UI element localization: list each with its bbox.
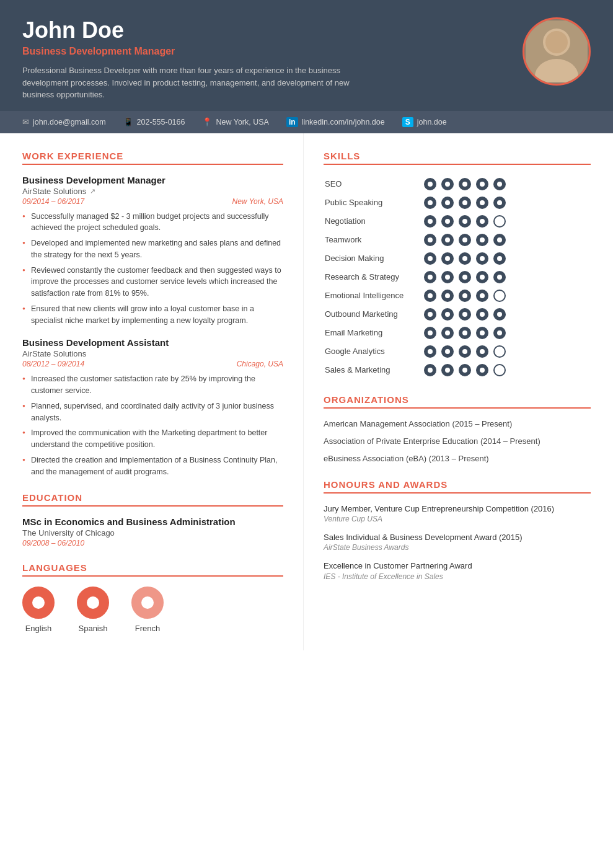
job-1-location: New York, USA [232, 197, 283, 206]
skill-dots [423, 324, 591, 342]
skill-dots [423, 249, 591, 268]
dot-filled [459, 308, 471, 321]
award-3: Excellence in Customer Partnering Award … [324, 560, 591, 580]
skill-dots [423, 212, 591, 231]
external-link-icon: ↗ [90, 187, 95, 195]
job-1-company: AirState Solutions ↗ [22, 187, 283, 196]
french-label: French [135, 624, 160, 633]
skill-row: Negotiation [324, 212, 591, 231]
dot-filled [424, 364, 436, 376]
skill-dots [423, 268, 591, 286]
bullet: Planned, supervised, and coordinated dai… [22, 401, 283, 424]
skills-table: SEOPublic SpeakingNegotiationTeamworkDec… [324, 175, 591, 379]
skill-name: Negotiation [324, 212, 423, 231]
spanish-circle [77, 587, 109, 619]
dot-filled [459, 271, 471, 283]
dot-filled [424, 215, 436, 228]
phone-icon: 📱 [123, 117, 133, 126]
dot-filled [459, 252, 471, 265]
award-1-source: Venture Cup USA [324, 515, 591, 523]
skill-name: Email Marketing [324, 324, 423, 342]
skill-dots [423, 305, 591, 324]
dot-filled [441, 345, 454, 358]
skill-name: Public Speaking [324, 193, 423, 212]
dot-filled [459, 178, 471, 190]
right-column: SKILLS SEOPublic SpeakingNegotiationTeam… [304, 133, 613, 651]
languages-list: English Spanish French [22, 587, 283, 633]
spanish-label: Spanish [79, 624, 108, 633]
bullet: Directed the creation and implementation… [22, 454, 283, 478]
dot-filled [493, 308, 506, 321]
contact-phone: 📱 202-555-0166 [123, 117, 185, 126]
contact-bar: ✉ john.doe@gmail.com 📱 202-555-0166 📍 Ne… [0, 111, 613, 133]
award-1-title: Jury Member, Venture Cup Entrepreneurshi… [324, 503, 591, 515]
skill-row: SEO [324, 175, 591, 193]
language-spanish: Spanish [77, 587, 109, 633]
dot-empty [493, 364, 506, 376]
job-2-location: Chicago, USA [237, 360, 283, 368]
dot-filled [424, 252, 436, 265]
skill-name: Emotional Intelligence [324, 286, 423, 305]
contact-skype: S john.doe [402, 117, 447, 127]
candidate-bio: Professional Business Developer with mor… [22, 64, 369, 101]
job-1: Business Development Manager AirState So… [22, 175, 283, 327]
dot-filled [441, 327, 454, 339]
dot-filled [424, 271, 436, 283]
award-2: Sales Individual & Business Development … [324, 532, 591, 552]
education-section: EDUCATION MSc in Economics and Business … [22, 492, 283, 547]
job-2: Business Development Assistant AirState … [22, 337, 283, 477]
skill-row: Emotional Intelligence [324, 286, 591, 305]
bullet: Successfully managed $2 - 3 million budg… [22, 211, 283, 234]
dot-filled [476, 197, 488, 209]
dot-filled [476, 234, 488, 246]
dot-empty [493, 215, 506, 228]
contact-location: 📍 New York, USA [202, 117, 268, 126]
dot-filled [459, 197, 471, 209]
language-french: French [131, 587, 164, 633]
dot-filled [459, 327, 471, 339]
contact-linkedin: in linkedin.com/in/john.doe [286, 117, 385, 127]
skill-dots [423, 193, 591, 212]
email-icon: ✉ [22, 117, 29, 126]
job-1-meta: 09/2014 – 06/2017 New York, USA [22, 197, 283, 206]
skill-dots [423, 361, 591, 379]
dot-filled [441, 271, 454, 283]
bullet: Reviewed constantly the customer feedbac… [22, 265, 283, 299]
dot-filled [476, 271, 488, 283]
dot-filled [441, 215, 454, 228]
skill-row: Outbound Marketing [324, 305, 591, 324]
dot-filled [459, 345, 471, 358]
job-1-bullets: Successfully managed $2 - 3 million budg… [22, 211, 283, 327]
dot-filled [441, 364, 454, 376]
edu-date: 09/2008 – 06/2010 [22, 539, 283, 547]
dot-filled [476, 290, 488, 302]
dot-empty [493, 290, 506, 302]
bullet: Developed and implemented new marketing … [22, 237, 283, 261]
dot-filled [476, 364, 488, 376]
dot-filled [476, 345, 488, 358]
work-experience-section: WORK EXPERIENCE Business Development Man… [22, 151, 283, 478]
languages-section: LANGUAGES English Spanish [22, 562, 283, 633]
dot-filled [493, 197, 506, 209]
header-section: John Doe Business Development Manager Pr… [0, 0, 613, 133]
linkedin-icon: in [286, 117, 298, 127]
skill-name: Teamwork [324, 231, 423, 249]
job-1-dates: 09/2014 – 06/2017 [22, 197, 84, 206]
languages-title: LANGUAGES [22, 562, 283, 577]
skill-dots [423, 342, 591, 361]
skills-title: SKILLS [324, 151, 591, 165]
job-2-meta: 08/2012 – 09/2014 Chicago, USA [22, 360, 283, 368]
bullet: Ensured that new clients will grow into … [22, 303, 283, 327]
education-title: EDUCATION [22, 492, 283, 507]
organizations-section: ORGANIZATIONS American Management Associ… [324, 394, 591, 465]
job-2-bullets: Increased the customer satisfaction rate… [22, 373, 283, 477]
dot-filled [441, 197, 454, 209]
dot-filled [441, 234, 454, 246]
candidate-photo [523, 17, 591, 86]
skill-name: Decision Making [324, 249, 423, 268]
dot-filled [493, 271, 506, 283]
left-column: WORK EXPERIENCE Business Development Man… [0, 133, 304, 651]
dot-filled [459, 290, 471, 302]
dot-filled [493, 234, 506, 246]
job-2-dates: 08/2012 – 09/2014 [22, 360, 84, 368]
